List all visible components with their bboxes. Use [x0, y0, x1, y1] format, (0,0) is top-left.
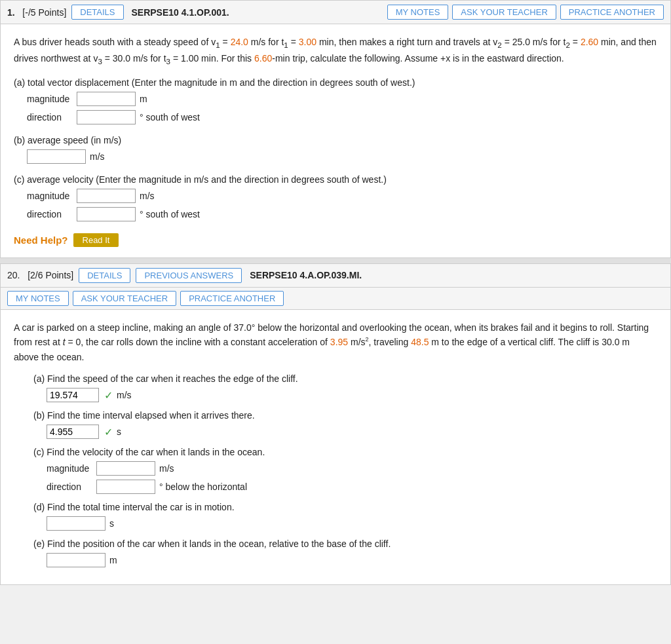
- q2-part-b: (b) Find the time interval elapsed when …: [33, 410, 657, 439]
- q2-details-button[interactable]: DETAILS: [79, 268, 130, 283]
- q2-code: SERPSE10 4.A.OP.039.MI.: [250, 270, 362, 280]
- q1-part-b-label: (b) average speed (in m/s): [14, 135, 657, 145]
- q2-part-a-row: ✓ m/s: [47, 388, 657, 402]
- q1-part-c-magnitude-row: magnitude m/s: [27, 189, 657, 203]
- q2-part-c-direction-label: direction: [47, 482, 92, 492]
- q1-part-a-direction-row: direction ° south of west: [27, 110, 657, 124]
- q2-my-notes-button[interactable]: MY NOTES: [7, 291, 69, 306]
- need-help-label: Need Help?: [14, 235, 68, 246]
- q1-problem-text: A bus driver heads south with a steady s…: [14, 35, 657, 68]
- q2-part-a-check: ✓: [104, 389, 113, 402]
- q1-need-help: Need Help? Read It: [14, 233, 657, 247]
- q2-part-c-label: (c) Find the velocity of the car when it…: [33, 447, 657, 457]
- q1-code: SERPSE10 4.1.OP.001.: [132, 7, 229, 18]
- q2-number: 20. [2/6 Points]: [7, 270, 73, 280]
- q2-part-d: (d) Find the total time interval the car…: [33, 502, 657, 531]
- q2-part-b-row: ✓ s: [47, 425, 657, 439]
- q1-part-c-direction-row: direction ° south of west: [27, 207, 657, 221]
- q1-speed-input[interactable]: [27, 149, 86, 164]
- q2-part-d-label: (d) Find the total time interval the car…: [33, 502, 657, 512]
- q2-part-d-row: s: [47, 516, 657, 531]
- q1-my-notes-button[interactable]: MY NOTES: [387, 5, 449, 20]
- q1-magnitude-label: magnitude: [27, 94, 73, 104]
- q2-part-c-direction-input[interactable]: [96, 480, 155, 494]
- q2-header: 20. [2/6 Points] DETAILS PREVIOUS ANSWER…: [1, 264, 670, 288]
- q2-part-d-unit: s: [109, 518, 114, 529]
- q1-avg-vel-magnitude-label: magnitude: [27, 191, 73, 201]
- q2-part-b-input[interactable]: [47, 425, 99, 439]
- q2-part-c-magnitude-row: magnitude m/s: [47, 461, 657, 476]
- q2-part-e-label: (e) Find the position of the car when it…: [33, 539, 657, 549]
- q2-part-d-input[interactable]: [47, 516, 105, 531]
- question-20: 20. [2/6 Points] DETAILS PREVIOUS ANSWER…: [0, 263, 671, 585]
- q2-part-c-magnitude-label: magnitude: [47, 463, 92, 474]
- q1-avg-vel-direction-unit: ° south of west: [140, 209, 200, 219]
- spacer: [0, 258, 671, 263]
- question-1: 1. [-/5 Points] DETAILS SERPSE10 4.1.OP.…: [0, 0, 671, 258]
- q2-part-a-label: (a) Find the speed of the car when it re…: [33, 373, 657, 384]
- q2-part-a-unit: m/s: [117, 390, 132, 400]
- q1-ask-teacher-button[interactable]: ASK YOUR TEACHER: [452, 5, 556, 20]
- q1-part-a-label: (a) total vector displacement (Enter the…: [14, 77, 657, 88]
- q2-part-c-magnitude-unit: m/s: [159, 463, 174, 474]
- q2-part-c: (c) Find the velocity of the car when it…: [33, 447, 657, 494]
- q1-magnitude-unit: m: [140, 94, 147, 104]
- q1-body: A bus driver heads south with a steady s…: [1, 24, 670, 257]
- q2-part-a-input[interactable]: [47, 388, 99, 402]
- q1-part-b-row: m/s: [27, 149, 657, 164]
- q1-speed-unit: m/s: [90, 151, 105, 162]
- q2-practice-button[interactable]: PRACTICE ANOTHER: [180, 291, 284, 306]
- q1-avg-vel-direction-label: direction: [27, 209, 73, 219]
- q2-prev-answers-button[interactable]: PREVIOUS ANSWERS: [136, 268, 242, 283]
- q1-number: 1. [-/5 Points]: [7, 7, 66, 18]
- q1-avg-vel-magnitude-input[interactable]: [77, 189, 136, 203]
- q1-header-right: MY NOTES ASK YOUR TEACHER PRACTICE ANOTH…: [387, 5, 664, 20]
- q2-ask-teacher-button[interactable]: ASK YOUR TEACHER: [73, 291, 176, 306]
- q2-part-c-magnitude-input[interactable]: [96, 461, 155, 476]
- q2-body: A car is parked on a steep incline, maki…: [1, 310, 670, 584]
- q2-part-b-label: (b) Find the time interval elapsed when …: [33, 410, 657, 421]
- q1-avg-vel-magnitude-unit: m/s: [140, 191, 155, 201]
- q2-part-e-unit: m: [109, 555, 117, 565]
- q1-practice-button[interactable]: PRACTICE ANOTHER: [560, 5, 664, 20]
- q1-part-a-magnitude-row: magnitude m: [27, 92, 657, 106]
- q2-part-e-row: m: [47, 553, 657, 567]
- q1-direction-input[interactable]: [77, 110, 136, 124]
- q2-part-b-unit: s: [117, 426, 121, 437]
- q2-part-a: (a) Find the speed of the car when it re…: [33, 373, 657, 402]
- q1-avg-vel-direction-input[interactable]: [77, 207, 136, 221]
- q2-sub-header: MY NOTES ASK YOUR TEACHER PRACTICE ANOTH…: [1, 288, 670, 310]
- read-it-button[interactable]: Read It: [73, 233, 119, 247]
- q1-header: 1. [-/5 Points] DETAILS SERPSE10 4.1.OP.…: [1, 1, 670, 24]
- q2-part-e: (e) Find the position of the car when it…: [33, 539, 657, 567]
- q1-part-c-label: (c) average velocity (Enter the magnitud…: [14, 174, 657, 185]
- q2-problem-text: A car is parked on a steep incline, maki…: [14, 320, 657, 364]
- q1-details-button[interactable]: DETAILS: [71, 5, 123, 20]
- q1-magnitude-input[interactable]: [77, 92, 136, 106]
- q1-direction-unit: ° south of west: [140, 112, 200, 123]
- q2-part-b-check: ✓: [104, 426, 113, 438]
- q2-part-e-input[interactable]: [47, 553, 105, 567]
- q1-direction-label: direction: [27, 112, 73, 123]
- q2-part-c-direction-row: direction ° below the horizontal: [47, 480, 657, 494]
- q2-part-c-direction-unit: ° below the horizontal: [159, 482, 247, 492]
